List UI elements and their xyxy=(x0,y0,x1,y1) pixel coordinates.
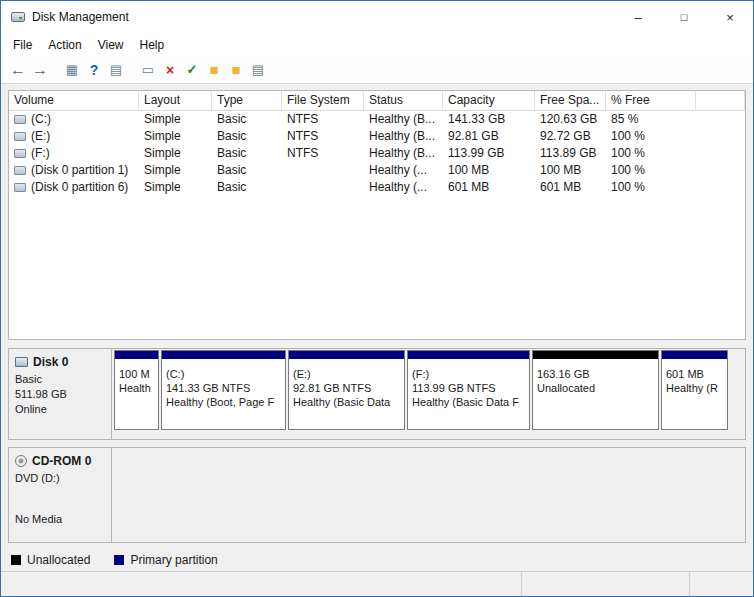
delete-volume-icon[interactable]: × xyxy=(159,59,181,81)
disk0-row: Disk 0 Basic 511.98 GB Online 100 M Heal… xyxy=(8,348,746,440)
column-header-status[interactable]: Status xyxy=(364,91,443,111)
table-row[interactable]: (E:) Simple Basic NTFS Healthy (B... 92.… xyxy=(9,128,745,145)
disk0-name: Disk 0 xyxy=(33,355,68,369)
cell-filler xyxy=(696,111,745,128)
cdrom-status: No Media xyxy=(15,512,105,527)
volume-name: (C:) xyxy=(31,111,51,128)
cell-capacity: 100 MB xyxy=(443,162,535,179)
volume-list-header: Volume Layout Type File System Status Ca… xyxy=(9,91,745,111)
cell-capacity: 141.33 GB xyxy=(443,111,535,128)
fields-icon[interactable]: ▤ xyxy=(247,59,269,81)
menu-view[interactable]: View xyxy=(90,35,132,55)
status-bar xyxy=(1,571,753,596)
partition-text: 100 M xyxy=(119,367,154,381)
menu-help[interactable]: Help xyxy=(132,35,173,55)
partition-text: (E:) xyxy=(293,367,400,381)
cdrom-kind: DVD (D:) xyxy=(15,471,105,486)
column-header-volume[interactable]: Volume xyxy=(9,91,139,111)
column-header-capacity[interactable]: Capacity xyxy=(443,91,535,111)
cell-layout: Simple xyxy=(139,162,212,179)
disk-icon xyxy=(15,357,28,367)
unallocated-bar xyxy=(533,351,658,359)
column-header-layout[interactable]: Layout xyxy=(139,91,212,111)
partition-text: Healthy (Boot, Page F xyxy=(166,395,281,409)
disk0-kind: Basic xyxy=(15,372,105,387)
help-icon[interactable]: ? xyxy=(83,59,105,81)
cell-status: Healthy (... xyxy=(364,162,443,179)
volume-name: (E:) xyxy=(31,128,50,145)
menu-action[interactable]: Action xyxy=(40,35,89,55)
cdrom-label-panel[interactable]: CD-ROM 0 DVD (D:) No Media xyxy=(9,448,112,542)
partition-f[interactable]: (F:) 113.99 GB NTFS Healthy (Basic Data … xyxy=(407,350,530,430)
window-title: Disk Management xyxy=(32,10,129,24)
forward-icon[interactable]: → xyxy=(29,59,51,81)
explore-icon[interactable]: ■ xyxy=(225,59,247,81)
cell-fs xyxy=(282,162,364,179)
partition-recovery[interactable]: 601 MB Healthy (R xyxy=(661,350,728,430)
cell-filler xyxy=(696,145,745,162)
properties-icon[interactable]: ▭ xyxy=(137,59,159,81)
volume-icon xyxy=(14,166,26,175)
volume-name: (F:) xyxy=(31,145,50,162)
primary-partition-swatch xyxy=(114,555,124,565)
partition-text: (F:) xyxy=(412,367,525,381)
cell-status: Healthy (... xyxy=(364,179,443,196)
cell-layout: Simple xyxy=(139,179,212,196)
partition-text: 601 MB xyxy=(666,367,723,381)
table-row[interactable]: (C:) Simple Basic NTFS Healthy (B... 141… xyxy=(9,111,745,128)
cell-status: Healthy (B... xyxy=(364,128,443,145)
partition-text: Healthy (R xyxy=(666,381,723,395)
table-row[interactable]: (F:) Simple Basic NTFS Healthy (B... 113… xyxy=(9,145,745,162)
partition-text: (C:) xyxy=(166,367,281,381)
cell-fs: NTFS xyxy=(282,111,364,128)
volume-icon xyxy=(14,183,26,192)
cell-type: Basic xyxy=(212,128,282,145)
partition-unallocated[interactable]: 163.16 GB Unallocated xyxy=(532,350,659,430)
cell-filler xyxy=(696,179,745,196)
mark-active-icon[interactable]: ✓ xyxy=(181,59,203,81)
cell-pct-free: 100 % xyxy=(606,145,696,162)
minimize-button[interactable]: – xyxy=(615,1,661,33)
legend: Unallocated Primary partition xyxy=(1,549,753,571)
back-icon[interactable]: ← xyxy=(7,59,29,81)
disk0-status: Online xyxy=(15,402,105,417)
column-header-file-system[interactable]: File System xyxy=(282,91,364,111)
disk-management-window: Disk Management – □ × File Action View H… xyxy=(0,0,754,597)
cell-pct-free: 100 % xyxy=(606,128,696,145)
primary-partition-bar xyxy=(115,351,158,359)
status-bar-segment xyxy=(521,572,689,596)
status-bar-fill xyxy=(1,572,521,596)
console-tree-icon[interactable]: ▦ xyxy=(61,59,83,81)
volume-icon xyxy=(14,149,26,158)
partition-text: Health xyxy=(119,381,154,395)
app-icon xyxy=(10,9,26,25)
open-folder-icon[interactable]: ■ xyxy=(203,59,225,81)
cell-status: Healthy (B... xyxy=(364,111,443,128)
partition-system-reserved[interactable]: 100 M Health xyxy=(114,350,159,430)
partition-text: 113.99 GB NTFS xyxy=(412,381,525,395)
maximize-button[interactable]: □ xyxy=(661,1,707,33)
cell-layout: Simple xyxy=(139,145,212,162)
cell-free: 120.63 GB xyxy=(535,111,606,128)
cdrom-name: CD-ROM 0 xyxy=(32,454,91,468)
close-button[interactable]: × xyxy=(707,1,753,33)
cdrom-row: CD-ROM 0 DVD (D:) No Media xyxy=(8,447,746,543)
client-area: Volume Layout Type File System Status Ca… xyxy=(1,84,753,549)
cell-capacity: 113.99 GB xyxy=(443,145,535,162)
column-header-pct-free[interactable]: % Free xyxy=(606,91,696,111)
partition-c[interactable]: (C:) 141.33 GB NTFS Healthy (Boot, Page … xyxy=(161,350,286,430)
titlebar: Disk Management – □ × xyxy=(1,1,753,33)
table-row[interactable]: (Disk 0 partition 6) Simple Basic Health… xyxy=(9,179,745,196)
partition-e[interactable]: (E:) 92.81 GB NTFS Healthy (Basic Data xyxy=(288,350,405,430)
disk0-label-panel[interactable]: Disk 0 Basic 511.98 GB Online xyxy=(9,349,112,439)
partition-text: 92.81 GB NTFS xyxy=(293,381,400,395)
column-header-filler xyxy=(696,91,745,111)
table-row[interactable]: (Disk 0 partition 1) Simple Basic Health… xyxy=(9,162,745,179)
cell-type: Basic xyxy=(212,145,282,162)
menu-file[interactable]: File xyxy=(5,35,40,55)
export-list-icon[interactable]: ▤ xyxy=(105,59,127,81)
legend-label: Primary partition xyxy=(130,553,217,567)
cell-capacity: 92.81 GB xyxy=(443,128,535,145)
column-header-type[interactable]: Type xyxy=(212,91,282,111)
column-header-free-space[interactable]: Free Spa... xyxy=(535,91,606,111)
